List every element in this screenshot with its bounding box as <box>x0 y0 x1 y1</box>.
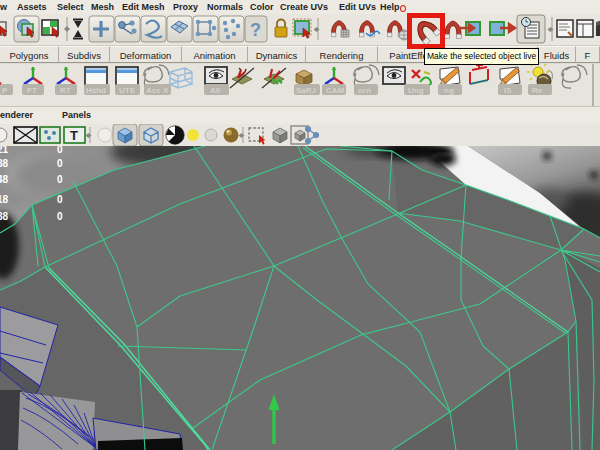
svg-text:Ung: Ung <box>408 86 424 95</box>
svg-text:0: 0 <box>57 211 63 222</box>
svg-text:All: All <box>210 86 220 95</box>
svg-text:0: 0 <box>57 174 63 185</box>
svg-text:CAM: CAM <box>326 86 345 95</box>
svg-text:IS: IS <box>504 86 512 95</box>
svg-text:T: T <box>70 128 78 143</box>
svg-text:orn: orn <box>358 86 371 95</box>
svg-text:0: 0 <box>57 158 63 169</box>
svg-text:P: P <box>2 86 8 95</box>
svg-text:18: 18 <box>0 194 9 205</box>
svg-text:Re: Re <box>532 86 543 95</box>
svg-text:UTE: UTE <box>119 86 136 95</box>
svg-text:0: 0 <box>57 194 63 205</box>
svg-text:ng: ng <box>444 86 454 95</box>
svg-text:Hshd: Hshd <box>86 86 106 95</box>
svg-text:0: 0 <box>57 146 63 155</box>
svg-text:RT: RT <box>60 86 71 95</box>
svg-text:48: 48 <box>0 174 9 185</box>
svg-text:88: 88 <box>0 158 9 169</box>
svg-text:21: 21 <box>0 146 9 155</box>
svg-text:?: ? <box>250 20 261 40</box>
svg-text:FT: FT <box>27 86 37 95</box>
svg-text:Ace X: Ace X <box>146 86 169 95</box>
svg-text:SaRJ: SaRJ <box>296 86 316 95</box>
svg-text:88: 88 <box>0 211 9 222</box>
